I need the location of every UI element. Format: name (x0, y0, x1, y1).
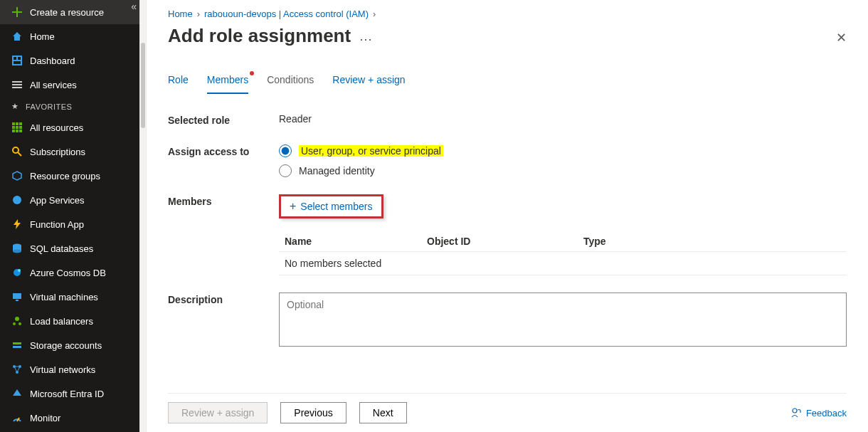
star-icon: ★ (11, 102, 19, 111)
nav-monitor[interactable]: Monitor (0, 406, 139, 430)
nav-virtual-networks[interactable]: Virtual networks (0, 357, 139, 381)
nav-resource-groups[interactable]: Resource groups (0, 164, 139, 188)
collapse-sidebar-icon[interactable]: « (131, 1, 137, 12)
nav-label: Dashboard (30, 56, 75, 66)
svg-rect-29 (13, 293, 21, 299)
col-type: Type (583, 236, 697, 247)
close-icon[interactable]: ✕ (836, 30, 847, 46)
svg-rect-11 (16, 122, 18, 125)
globe-icon (11, 194, 23, 206)
tab-conditions[interactable]: Conditions (267, 71, 314, 94)
col-name: Name (285, 236, 427, 247)
more-actions-icon[interactable]: ⋯ (359, 31, 373, 47)
svg-rect-34 (13, 342, 21, 344)
sidebar: « Create a resource Home Dashboard All s… (0, 0, 139, 432)
footer: Review + assign Previous Next Feedback (168, 393, 847, 423)
nav-dashboard[interactable]: Dashboard (0, 48, 139, 73)
chevron-right-icon: › (373, 9, 376, 19)
svg-marker-2 (13, 32, 21, 41)
svg-rect-30 (16, 300, 18, 301)
nav-load-balancers[interactable]: Load balancers (0, 309, 139, 333)
members-label: Members (168, 194, 279, 275)
svg-rect-13 (12, 126, 15, 129)
svg-rect-18 (19, 130, 22, 132)
entra-icon (11, 388, 23, 399)
tab-review-assign[interactable]: Review + assign (332, 71, 405, 94)
nav-label: Virtual machines (30, 292, 98, 302)
feedback-link[interactable]: Feedback (790, 407, 847, 418)
radio-managed-identity[interactable]: Managed identity (279, 164, 847, 177)
nav-subscriptions[interactable]: Subscriptions (0, 139, 139, 164)
nav-sql-databases[interactable]: SQL databases (0, 236, 139, 260)
svg-point-19 (13, 147, 18, 153)
svg-point-33 (18, 322, 21, 325)
empty-row: No members selected (279, 251, 847, 275)
selected-role-value: Reader (279, 113, 847, 126)
svg-line-43 (17, 418, 19, 421)
next-button[interactable]: Next (359, 402, 407, 423)
svg-line-20 (18, 152, 21, 156)
radio-input[interactable] (279, 144, 292, 157)
svg-line-41 (17, 367, 20, 372)
nav-all-resources[interactable]: All resources (0, 115, 139, 139)
home-icon (11, 31, 23, 42)
tabs: Role Members Conditions Review + assign (168, 71, 847, 95)
assign-access-label: Assign access to (168, 144, 279, 184)
breadcrumb-home[interactable]: Home (168, 9, 193, 19)
nav-storage-accounts[interactable]: Storage accounts (0, 333, 139, 357)
review-assign-button: Review + assign (168, 402, 268, 423)
nav-function-app[interactable]: Function App (0, 212, 139, 236)
gauge-icon (11, 412, 23, 423)
lightning-icon (11, 218, 23, 230)
network-icon (11, 364, 23, 375)
nav-home[interactable]: Home (0, 24, 139, 48)
radio-input[interactable] (279, 164, 292, 177)
cosmos-icon (11, 267, 23, 278)
description-input[interactable] (279, 293, 847, 347)
previous-button[interactable]: Previous (280, 402, 346, 423)
svg-point-32 (13, 322, 16, 325)
nav-label: Storage accounts (30, 340, 102, 351)
breadcrumb-item[interactable]: rabououn-devops | Access control (IAM) (204, 9, 369, 19)
nav-entra-id[interactable]: Microsoft Entra ID (0, 381, 139, 406)
select-members-button[interactable]: + Select members (279, 194, 383, 218)
nav-label: Azure Cosmos DB (30, 268, 106, 278)
col-object-id: Object ID (427, 236, 583, 247)
nav-all-services[interactable]: All services (0, 73, 139, 97)
svg-rect-5 (18, 57, 21, 60)
svg-rect-14 (16, 126, 18, 129)
radio-label: User, group, or service principal (299, 145, 443, 157)
svg-marker-21 (13, 172, 21, 180)
loadbalancer-icon (11, 315, 23, 327)
nav-label: All resources (30, 122, 83, 133)
nav-app-services[interactable]: App Services (0, 188, 139, 212)
main-content: Home › rabououn-devops | Access control … (147, 0, 868, 432)
svg-point-44 (793, 409, 797, 413)
members-table: Name Object ID Type No members selected (279, 231, 847, 275)
nav-cosmos-db[interactable]: Azure Cosmos DB (0, 260, 139, 285)
cube-icon (11, 170, 23, 181)
svg-point-22 (13, 196, 21, 204)
nav-virtual-machines[interactable]: Virtual machines (0, 285, 139, 309)
grid-icon (11, 122, 23, 133)
svg-rect-16 (12, 130, 15, 132)
radio-label: Managed identity (299, 165, 375, 177)
nav-label: Resource groups (30, 171, 100, 181)
dirty-indicator-icon (250, 71, 254, 75)
nav-label: Home (30, 31, 55, 42)
favorites-header: ★ FAVORITES (0, 97, 139, 115)
dashboard-icon (11, 55, 23, 66)
nav-label: Virtual networks (30, 364, 95, 375)
selected-role-label: Selected role (168, 113, 279, 126)
nav-label: All services (30, 80, 77, 90)
plus-icon: + (290, 201, 296, 211)
chevron-right-icon: › (197, 9, 200, 19)
breadcrumb: Home › rabououn-devops | Access control … (168, 0, 847, 25)
tab-role[interactable]: Role (168, 71, 189, 94)
nav-label: App Services (30, 195, 85, 206)
nav-create-resource[interactable]: Create a resource (0, 0, 139, 24)
page-title: Add role assignment (168, 25, 351, 47)
radio-user-group-sp[interactable]: User, group, or service principal (279, 144, 847, 157)
scrollbar-gutter[interactable] (139, 0, 147, 432)
tab-members[interactable]: Members (207, 71, 248, 94)
